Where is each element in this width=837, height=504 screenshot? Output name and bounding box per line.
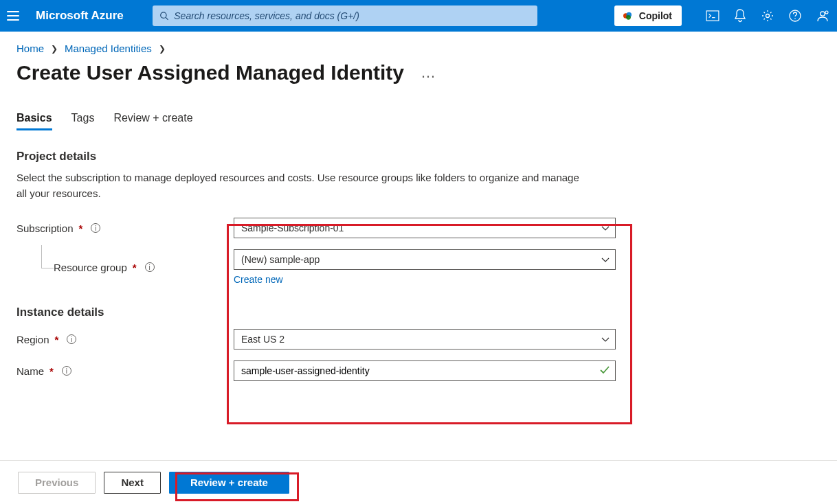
required-star-icon: * bbox=[79, 222, 83, 234]
svg-point-11 bbox=[825, 11, 828, 14]
settings-gear-icon[interactable] bbox=[760, 8, 775, 23]
info-icon[interactable]: i bbox=[91, 223, 100, 233]
required-star-icon: * bbox=[133, 262, 137, 273]
section-title-project-details: Project details bbox=[16, 150, 821, 163]
svg-rect-5 bbox=[706, 11, 719, 21]
label-region: Region * i bbox=[16, 334, 234, 345]
copilot-icon bbox=[621, 10, 634, 22]
info-icon[interactable]: i bbox=[67, 334, 76, 344]
tab-review-create[interactable]: Review + create bbox=[113, 112, 192, 130]
more-actions-icon[interactable]: … bbox=[421, 64, 437, 82]
account-icon[interactable] bbox=[815, 8, 830, 23]
required-star-icon: * bbox=[49, 365, 54, 377]
label-resource-group: Resource group * i bbox=[16, 262, 234, 273]
breadcrumb-home[interactable]: Home bbox=[16, 43, 44, 54]
svg-point-4 bbox=[626, 15, 631, 20]
tree-connector-line bbox=[41, 245, 54, 268]
copilot-label: Copilot bbox=[639, 10, 672, 21]
search-icon bbox=[159, 11, 168, 21]
hamburger-menu-icon[interactable] bbox=[7, 8, 23, 24]
svg-point-7 bbox=[766, 14, 770, 18]
help-icon[interactable] bbox=[788, 8, 803, 23]
notifications-icon[interactable] bbox=[733, 8, 748, 23]
region-value: East US 2 bbox=[241, 334, 284, 345]
name-input-field[interactable] bbox=[241, 365, 608, 376]
name-input[interactable] bbox=[234, 360, 616, 381]
review-create-button[interactable]: Review + create bbox=[169, 472, 289, 494]
copilot-button[interactable]: Copilot bbox=[614, 5, 682, 26]
previous-button: Previous bbox=[18, 472, 96, 494]
chevron-right-icon: ❯ bbox=[159, 44, 166, 54]
svg-point-10 bbox=[821, 12, 825, 16]
subscription-value: Sample-Subscription-01 bbox=[241, 222, 344, 233]
chevron-down-icon bbox=[601, 254, 610, 265]
page-title: Create User Assigned Managed Identity bbox=[16, 61, 404, 84]
section-description-project-details: Select the subscription to manage deploy… bbox=[16, 170, 580, 201]
region-select[interactable]: East US 2 bbox=[234, 329, 616, 350]
label-name: Name * i bbox=[16, 365, 234, 377]
tab-strip: Basics Tags Review + create bbox=[16, 112, 821, 130]
global-search-input[interactable] bbox=[153, 5, 537, 26]
breadcrumb: Home ❯ Managed Identities ❯ bbox=[16, 43, 821, 54]
svg-point-0 bbox=[161, 12, 166, 18]
top-navigation-bar: Microsoft Azure Copilot bbox=[0, 0, 837, 32]
tab-basics[interactable]: Basics bbox=[16, 112, 52, 130]
chevron-right-icon: ❯ bbox=[51, 44, 58, 54]
create-new-resource-group-link[interactable]: Create new bbox=[234, 274, 283, 285]
cloud-shell-icon[interactable] bbox=[705, 8, 720, 23]
chevron-down-icon bbox=[601, 222, 610, 233]
section-title-instance-details: Instance details bbox=[16, 306, 821, 319]
info-icon[interactable]: i bbox=[145, 262, 155, 272]
resource-group-select[interactable]: (New) sample-app bbox=[234, 249, 616, 270]
wizard-footer: Previous Next Review + create bbox=[0, 460, 837, 504]
next-button[interactable]: Next bbox=[104, 472, 161, 494]
required-star-icon: * bbox=[55, 334, 59, 345]
page-body: Home ❯ Managed Identities ❯ Create User … bbox=[0, 32, 837, 460]
tab-tags[interactable]: Tags bbox=[71, 112, 95, 130]
svg-point-9 bbox=[794, 18, 796, 19]
breadcrumb-managed-identities[interactable]: Managed Identities bbox=[65, 43, 152, 54]
info-icon[interactable]: i bbox=[62, 366, 71, 376]
validation-check-icon bbox=[600, 365, 610, 376]
label-subscription: Subscription * i bbox=[16, 222, 234, 234]
global-search-field[interactable] bbox=[174, 10, 531, 21]
svg-line-1 bbox=[166, 18, 168, 20]
topbar-action-icons bbox=[705, 8, 830, 23]
brand-label[interactable]: Microsoft Azure bbox=[36, 9, 124, 23]
chevron-down-icon bbox=[601, 334, 610, 345]
resource-group-value: (New) sample-app bbox=[241, 254, 320, 265]
subscription-select[interactable]: Sample-Subscription-01 bbox=[234, 218, 616, 238]
